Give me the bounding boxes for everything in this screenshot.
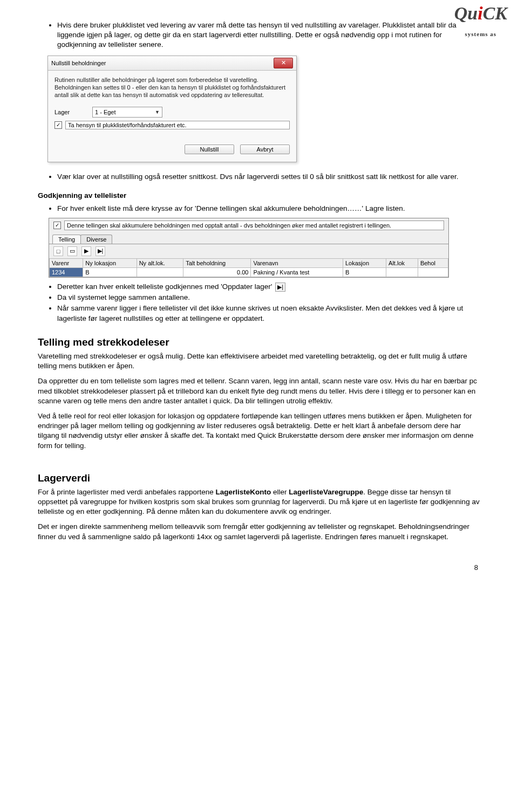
cell-navn[interactable]: Pakning / Kvanta test — [251, 267, 343, 277]
cell-beh[interactable] — [418, 267, 448, 277]
paragraph: Det er ingen direkte sammenheng mellom t… — [38, 522, 480, 541]
cell-lok[interactable]: B — [343, 267, 386, 277]
bullet: Når samme varenr ligger i flere tellelis… — [57, 304, 480, 323]
paragraph: For å printe lagerlister med verdi anbef… — [38, 487, 480, 517]
telleliste-grid: Varenr Ny lokasjon Ny alt.lok. Talt beho… — [49, 258, 448, 277]
nullstill-button[interactable]: Nullstill — [185, 144, 234, 154]
godkjenning-bullets: For hver enkelt liste må dere krysse av … — [38, 204, 480, 214]
paragraph: Ved å telle reol for reol eller lokasjon… — [38, 411, 480, 451]
table-row[interactable]: 1234 B 0.00 Pakning / Kvanta test B — [50, 267, 448, 277]
section-strekkodeleser-title: Telling med strekkodeleser — [38, 336, 480, 348]
plukklist-checkbox[interactable]: ✓ — [54, 121, 62, 129]
akkumulere-text: Denne tellingen skal akkumulere beholdni… — [64, 221, 444, 230]
cell-nylok[interactable]: B — [83, 267, 137, 277]
mid-bullet-list: Vær klar over at nullstilling også reset… — [38, 172, 480, 182]
after-bullets: Deretter kan hver enkelt telleliste godk… — [38, 282, 480, 324]
col-nylok[interactable]: Ny lokasjon — [83, 258, 137, 267]
bullet: Da vil systemet legge sammen antallene. — [57, 293, 480, 302]
avbryt-button[interactable]: Avbryt — [240, 144, 290, 154]
akkumulere-checkbox[interactable]: ✓ — [53, 222, 61, 229]
last-icon[interactable]: ▶| — [96, 246, 105, 256]
col-varenr[interactable]: Varenr — [50, 258, 83, 267]
next-icon[interactable]: ▶ — [81, 246, 91, 256]
top-bullet-list: Hvis dere bruker plukklistet ved leverin… — [38, 20, 480, 50]
telleliste-panel: ✓ Denne tellingen skal akkumulere behold… — [49, 218, 449, 278]
col-nyalt[interactable]: Ny alt.lok. — [137, 258, 183, 267]
col-lok[interactable]: Lokasjon — [343, 258, 386, 267]
tab-diverse[interactable]: Diverse — [80, 235, 112, 244]
cell-varenr[interactable]: 1234 — [50, 267, 83, 277]
page-number: 8 — [38, 563, 480, 572]
col-talt[interactable]: Talt beholdning — [183, 258, 251, 267]
bullet: Deretter kan hver enkelt telleliste godk… — [57, 282, 480, 292]
lager-dropdown[interactable]: 1 - Eget ▼ — [92, 107, 162, 118]
cell-altlok[interactable] — [386, 267, 418, 277]
cell-talt[interactable]: 0.00 — [183, 267, 251, 277]
dialog-title: Nullstill beholdninger — [51, 60, 106, 66]
checkbox-label: Ta hensyn til plukklistet/forhåndsfaktur… — [65, 121, 290, 129]
oppdater-lager-icon[interactable]: ▶| — [275, 283, 285, 292]
logo: QuiCK systems as — [454, 5, 507, 38]
section-lagerverdi-title: Lagerverdi — [38, 472, 480, 484]
nullstill-dialog: Nullstill beholdninger ✕ Rutinen nullsti… — [47, 56, 297, 162]
cell-nyalt[interactable] — [137, 267, 183, 277]
col-beh[interactable]: Behol — [418, 258, 448, 267]
close-icon[interactable]: ✕ — [274, 58, 293, 68]
col-navn[interactable]: Varenavn — [251, 258, 343, 267]
paragraph: Varetelling med strekkodeleser er også m… — [38, 352, 480, 371]
col-altlok[interactable]: Alt.lok — [386, 258, 418, 267]
lager-label: Lager — [54, 109, 92, 115]
bullet: Hvis dere bruker plukklistet ved leverin… — [57, 20, 480, 50]
chevron-down-icon: ▼ — [155, 109, 160, 115]
bullet: For hver enkelt liste må dere krysse av … — [57, 204, 480, 214]
tab-telling[interactable]: Telling — [52, 235, 81, 244]
dialog-info: Rutinen nullstiller alle beholdninger på… — [54, 76, 290, 99]
new-icon[interactable]: □ — [53, 246, 63, 256]
open-icon[interactable]: ▭ — [67, 246, 77, 256]
godkjenning-title: Godkjenning av tellelister — [38, 191, 480, 199]
bullet: Vær klar over at nullstilling også reset… — [57, 172, 480, 182]
paragraph: Da oppretter du en tom telleliste som la… — [38, 376, 480, 406]
